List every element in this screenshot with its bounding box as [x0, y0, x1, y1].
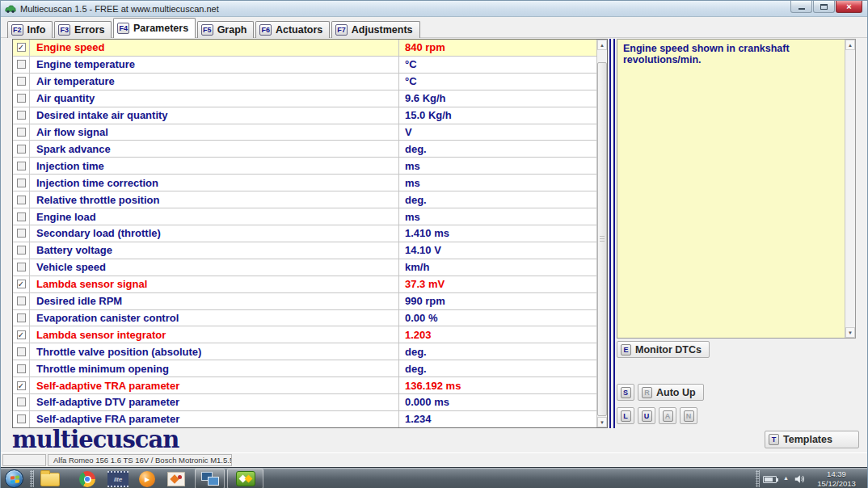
parameter-row[interactable]: Throttle valve position (absolute)deg.	[13, 343, 596, 360]
start-button[interactable]	[5, 469, 23, 488]
row-checkbox[interactable]	[17, 179, 26, 187]
parameter-row[interactable]: ✓Self-adaptive TRA parameter136.192 ms	[13, 377, 596, 394]
tray-clock[interactable]: 14:39 15/12/2013	[810, 469, 863, 488]
tab-adjustments[interactable]: F7Adjustments	[331, 21, 419, 38]
parameter-row[interactable]: Engine temperature°C	[13, 57, 596, 74]
chrome-icon	[79, 471, 95, 487]
row-checkbox[interactable]	[17, 347, 26, 356]
auto-up-button[interactable]: R Auto Up	[638, 384, 704, 401]
tab-info[interactable]: F2Info	[7, 21, 53, 38]
parameter-row[interactable]: ✓Lambda sensor signal37.3 mV	[13, 276, 596, 293]
parameter-row[interactable]: Air temperature°C	[13, 74, 596, 90]
parameter-row[interactable]: Desired intake air quantity15.0 Kg/h	[13, 107, 596, 124]
row-checkbox[interactable]: ✓	[17, 280, 26, 288]
battery-icon[interactable]	[763, 476, 777, 483]
parameter-value: 840 rpm	[398, 40, 596, 56]
close-button[interactable]: ×	[836, 1, 862, 13]
row-checkbox[interactable]: ✓	[17, 330, 26, 339]
parameter-row[interactable]: Evaporation canister control0.00 %	[13, 310, 596, 327]
parameter-value: deg.	[398, 343, 596, 360]
lite-codec-icon: lite	[107, 471, 129, 487]
hidden-icons-chevron-icon[interactable]: ▲	[783, 475, 789, 481]
row-checkbox[interactable]	[17, 229, 26, 238]
description-scroll-down-button[interactable]: ▼	[845, 327, 855, 338]
row-checkbox[interactable]	[17, 196, 26, 204]
row-checkbox[interactable]	[17, 398, 26, 406]
row-checkbox[interactable]	[17, 77, 26, 86]
taskbar-media-player-button[interactable]: ▶	[133, 470, 161, 488]
parameter-row[interactable]: Air quantity9.6 Kg/h	[13, 90, 596, 107]
row-checkbox[interactable]: ✓	[17, 43, 26, 52]
key-button-l[interactable]: L	[617, 407, 634, 424]
parameter-row[interactable]: Self-adaptive DTV parameter0.000 ms	[13, 394, 596, 411]
scroll-down-button[interactable]: ▼	[597, 417, 607, 427]
taskbar-codec-button[interactable]: lite	[104, 470, 132, 488]
tab-bar: F2InfoF3ErrorsF4ParametersF5GraphF6Actua…	[7, 18, 422, 38]
monitor-dtcs-button[interactable]: E Monitor DTCs	[617, 341, 710, 358]
description-scroll-up-button[interactable]: ▲	[845, 40, 855, 50]
parameter-name: Throttle minimum opening	[30, 360, 398, 377]
parameter-description: Engine speed shown in crankshaft revolut…	[617, 40, 845, 338]
scrollbar-thumb[interactable]	[597, 62, 607, 416]
templates-button[interactable]: T Templates	[765, 431, 859, 448]
parameter-row[interactable]: Desired idle RPM990 rpm	[13, 293, 596, 310]
row-checkbox[interactable]	[17, 111, 26, 120]
parameter-row[interactable]: Secondary load (throttle)1.410 ms	[13, 225, 596, 242]
key-button-a[interactable]: A	[659, 407, 676, 424]
row-checkbox[interactable]	[17, 128, 26, 137]
parameter-row[interactable]: Throttle minimum openingdeg.	[13, 360, 596, 377]
parameter-row[interactable]: Air flow signalV	[13, 124, 596, 141]
taskbar-multiecuscan-button[interactable]	[227, 469, 263, 488]
pane-splitter[interactable]	[609, 39, 615, 428]
tab-parameters[interactable]: F4Parameters	[113, 18, 196, 38]
description-scrollbar[interactable]: ▲ ▼	[845, 40, 855, 338]
row-checkbox[interactable]	[17, 60, 26, 69]
key-button-n[interactable]: N	[680, 407, 697, 424]
tab-actuators[interactable]: F6Actuators	[255, 21, 330, 38]
row-checkbox[interactable]	[17, 162, 26, 170]
app-window: Multiecuscan 1.5 - FREE at www.multiecus…	[0, 0, 868, 488]
speaker-icon[interactable]	[794, 473, 805, 485]
scrollbar-grip	[600, 236, 605, 242]
minimize-button[interactable]	[790, 1, 812, 13]
row-checkbox[interactable]: ✓	[17, 381, 26, 390]
row-checkbox[interactable]	[17, 145, 26, 154]
row-checkbox[interactable]	[17, 414, 26, 423]
parameter-row[interactable]: Injection time correctionms	[13, 175, 596, 191]
row-checkbox[interactable]	[17, 246, 26, 255]
checkbox-cell	[13, 57, 30, 73]
key-button-u[interactable]: U	[638, 407, 655, 424]
parameter-row[interactable]: Vehicle speedkm/h	[13, 259, 596, 276]
parameter-name: Air flow signal	[30, 124, 398, 141]
parameter-row[interactable]: Battery voltage14.10 V	[13, 242, 596, 259]
row-checkbox[interactable]	[17, 313, 26, 322]
row-checkbox[interactable]	[17, 212, 26, 221]
row-checkbox[interactable]	[17, 297, 26, 305]
taskbar-photo-button[interactable]	[162, 470, 190, 488]
parameter-row[interactable]: Relative throttle positiondeg.	[13, 191, 596, 208]
scroll-up-button[interactable]: ▲	[597, 40, 607, 50]
row-checkbox[interactable]	[17, 364, 26, 373]
parameter-row[interactable]: Engine loadms	[13, 208, 596, 225]
taskbar-chrome-button[interactable]	[74, 470, 101, 488]
parameter-row[interactable]: Injection timems	[13, 158, 596, 175]
checkbox-cell	[13, 343, 30, 360]
maximize-button[interactable]	[813, 1, 835, 13]
row-checkbox[interactable]	[17, 263, 26, 271]
parameter-row[interactable]: ✓Engine speed840 rpm	[13, 40, 596, 57]
parameter-row[interactable]: Self-adaptive FRA parameter1.234	[13, 411, 596, 427]
tab-errors[interactable]: F3Errors	[54, 21, 112, 38]
parameter-value: 0.00 %	[398, 310, 596, 326]
tab-graph[interactable]: F5Graph	[197, 21, 254, 38]
key-badge-u: U	[642, 410, 652, 422]
taskbar-display-settings-button[interactable]	[195, 469, 225, 488]
stop-button[interactable]: S	[617, 384, 634, 401]
parameter-row[interactable]: ✓Lambda sensor integrator1.203	[13, 326, 596, 343]
table-scrollbar[interactable]: ▲ ▼	[596, 40, 607, 427]
parameter-row[interactable]: Spark advancedeg.	[13, 141, 596, 158]
parameter-name: Engine load	[30, 208, 398, 225]
row-checkbox[interactable]	[17, 94, 26, 103]
taskbar-explorer-button[interactable]	[36, 470, 64, 488]
parameter-value: 136.192 ms	[398, 377, 596, 393]
title-bar[interactable]: Multiecuscan 1.5 - FREE at www.multiecus…	[1, 1, 867, 17]
